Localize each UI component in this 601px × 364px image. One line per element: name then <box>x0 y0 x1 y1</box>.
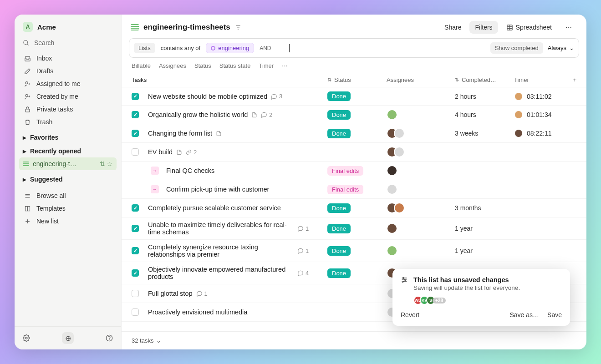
status-cell[interactable]: Done <box>327 246 387 256</box>
revert-button[interactable]: Revert <box>401 311 419 318</box>
share-button[interactable]: Share <box>439 21 467 34</box>
page-title: engineering-timesheets <box>143 23 230 32</box>
doc-icon[interactable] <box>216 131 222 136</box>
table-row[interactable]: Completely pursue scalable customer serv… <box>122 199 586 217</box>
task-checkbox[interactable] <box>132 269 139 277</box>
col-timer[interactable]: Timer <box>514 76 564 83</box>
table-row[interactable]: →Confirm pick-up time with customerFinal… <box>122 180 586 199</box>
task-checkbox[interactable] <box>132 148 139 156</box>
more-icon[interactable]: ⋯ <box>560 21 577 34</box>
status-cell[interactable]: Done <box>327 203 387 213</box>
filter-tag[interactable]: engineering <box>206 43 254 53</box>
task-checkbox[interactable] <box>132 204 139 212</box>
assignees-cell[interactable] <box>387 184 455 195</box>
comments-count[interactable]: 2 <box>261 111 272 118</box>
subfilter-timer[interactable]: Timer <box>259 62 274 69</box>
comments-count[interactable]: 1 <box>297 225 309 232</box>
settings-icon[interactable] <box>23 334 30 342</box>
task-count[interactable]: 32 tasks <box>132 337 153 344</box>
col-assignees[interactable]: Assignees <box>387 76 455 83</box>
workspace-switcher[interactable]: A Acme <box>15 15 121 36</box>
nav-item-assigned-to-me[interactable]: Assigned to me <box>19 77 117 90</box>
assignees-cell[interactable] <box>387 202 455 213</box>
status-cell[interactable]: Final edits <box>327 166 387 176</box>
filter-icon[interactable]: ⇅ <box>100 160 105 167</box>
assignees-cell[interactable] <box>387 223 455 234</box>
chevron-down-icon[interactable]: ⌄ <box>156 337 161 344</box>
task-checkbox[interactable] <box>132 290 139 297</box>
nav-item-trash[interactable]: Trash <box>19 116 117 128</box>
filter-icon[interactable] <box>235 24 241 30</box>
new-icon[interactable]: ⊕ <box>62 332 74 344</box>
assignees-cell[interactable] <box>387 109 455 120</box>
nav-item-inbox[interactable]: Inbox <box>19 52 117 65</box>
task-checkbox[interactable] <box>132 308 139 316</box>
task-checkbox[interactable] <box>132 247 139 254</box>
comments-count[interactable]: 3 <box>271 93 282 100</box>
table-row[interactable]: New website should be mobile optimized 3… <box>122 87 586 106</box>
save-button[interactable]: Save <box>547 311 562 318</box>
status-cell[interactable]: Done <box>327 268 387 278</box>
assignees-cell[interactable] <box>387 147 455 157</box>
help-icon[interactable] <box>106 334 113 342</box>
col-completed[interactable]: ⇅ Completed… <box>455 76 514 83</box>
section-recent[interactable]: ▶ Recently opened <box>15 143 121 157</box>
status-cell[interactable]: Done <box>327 129 387 138</box>
section-suggested[interactable]: ▶ Suggested <box>15 171 121 185</box>
table-row[interactable]: Completely synergize resource taxing rel… <box>122 240 586 262</box>
task-checkbox[interactable] <box>132 111 139 118</box>
subfilter-assignees[interactable]: Assignees <box>159 62 186 69</box>
nav-label: Browse all <box>36 192 66 199</box>
subtask-arrow-icon: → <box>151 167 159 175</box>
status-cell[interactable]: Done <box>327 224 387 233</box>
doc-icon[interactable] <box>176 149 182 155</box>
task-checkbox[interactable] <box>132 130 139 137</box>
show-completed-toggle[interactable]: Show completed <box>490 42 543 54</box>
table-row[interactable]: Unable to maximize timely deliverables f… <box>122 217 586 240</box>
nav-item-drafts[interactable]: Drafts <box>19 65 117 77</box>
filters-button[interactable]: Filters <box>469 21 498 34</box>
comments-count[interactable]: 1 <box>297 248 309 254</box>
status-cell[interactable]: Final edits <box>327 185 387 194</box>
sidebar-current-list[interactable]: engineering-t… ⇅ ☆ <box>19 157 117 170</box>
status-badge: Done <box>327 246 351 256</box>
assignees-cell[interactable] <box>387 128 455 139</box>
nav-item-browse-all[interactable]: Browse all <box>19 189 117 202</box>
more-icon[interactable]: ⋯ <box>282 62 288 69</box>
nav-item-private-tasks[interactable]: Private tasks <box>19 103 117 116</box>
sublinks-count[interactable]: 2 <box>186 149 197 156</box>
comments-count[interactable]: 1 <box>196 290 208 297</box>
subfilter-status[interactable]: Status <box>194 62 211 69</box>
task-checkbox[interactable] <box>132 93 139 100</box>
col-status[interactable]: ⇅ Status <box>327 76 387 83</box>
filter-bar[interactable]: Lists contains any of engineering AND Sh… <box>129 38 579 58</box>
subfilter-status-state[interactable]: Status state <box>219 62 251 69</box>
col-tasks[interactable]: Tasks <box>132 76 327 83</box>
add-column-button[interactable]: + <box>573 76 576 83</box>
table-row[interactable]: →Final QC checksFinal edits <box>122 162 586 180</box>
svg-point-10 <box>25 337 27 339</box>
always-dropdown[interactable]: Always ⌄ <box>548 45 574 51</box>
table-row[interactable]: Organically grow the holistic world 2Don… <box>122 106 586 124</box>
nav-item-created-by-me[interactable]: Created by me <box>19 90 117 103</box>
status-cell[interactable]: Done <box>327 110 387 120</box>
status-cell[interactable]: Done <box>327 91 387 101</box>
nav-item-templates[interactable]: Templates <box>19 202 117 215</box>
doc-icon[interactable] <box>251 112 257 118</box>
section-favorites[interactable]: ▶ Favorites <box>15 129 121 143</box>
spreadsheet-button[interactable]: Spreadsheet <box>501 21 557 34</box>
star-icon[interactable]: ☆ <box>107 160 113 167</box>
comments-count[interactable]: 4 <box>297 270 309 277</box>
subfilter-billable[interactable]: Billable <box>132 62 151 69</box>
nav-item-new-list[interactable]: New list <box>19 215 117 228</box>
table-row[interactable]: EV build 2 <box>122 143 586 162</box>
search-input[interactable]: Search <box>15 36 121 51</box>
assignees-cell[interactable] <box>387 165 455 176</box>
task-checkbox[interactable] <box>132 225 139 232</box>
save-as-button[interactable]: Save as… <box>509 311 539 318</box>
table-row[interactable]: Changing the form listDone3 weeks08:22:1… <box>122 124 586 143</box>
svg-point-20 <box>405 279 406 281</box>
filter-operator[interactable]: contains any of <box>158 43 203 53</box>
filter-field[interactable]: Lists <box>134 43 155 53</box>
assignees-cell[interactable] <box>387 245 455 256</box>
